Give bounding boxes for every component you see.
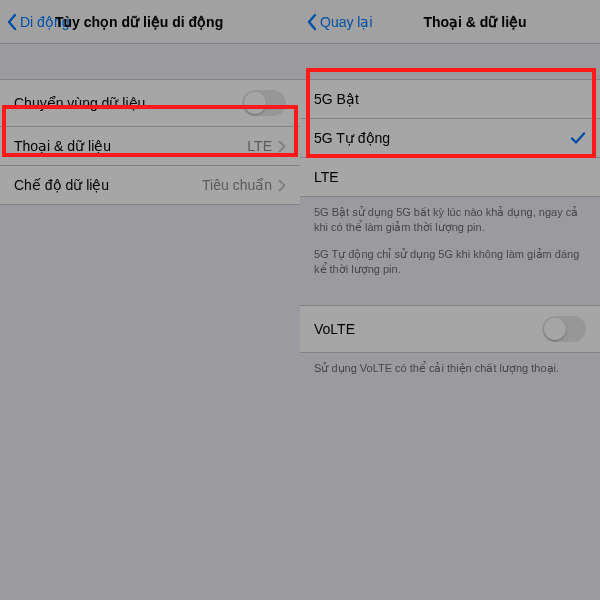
row-label: 5G Bật [314, 91, 586, 107]
content-left: Chuyển vùng dữ liệu Thoại & dữ liệu LTE … [0, 44, 300, 600]
chevron-right-icon [278, 179, 286, 192]
row-label: LTE [314, 169, 586, 185]
back-label-left: Di động [20, 14, 69, 30]
navbar-right: Quay lại Thoại & dữ liệu [300, 0, 600, 44]
navbar-left: Di động Tùy chọn dữ liệu di động [0, 0, 300, 44]
row-data-roaming[interactable]: Chuyển vùng dữ liệu [0, 79, 300, 127]
row-label: 5G Tự động [314, 130, 570, 146]
row-data-mode[interactable]: Chế độ dữ liệu Tiêu chuẩn [0, 165, 300, 205]
row-value: LTE [247, 138, 272, 154]
row-volte[interactable]: VoLTE [300, 305, 600, 353]
footnote-volte: Sử dụng VoLTE có thể cải thiện chất lượn… [300, 353, 600, 380]
row-label: Chế độ dữ liệu [14, 177, 202, 193]
footnote-5g-on: 5G Bật sử dụng 5G bất kỳ lúc nào khả dụn… [300, 197, 600, 239]
chevron-right-icon [278, 140, 286, 153]
row-label: VoLTE [314, 321, 542, 337]
row-5g-auto[interactable]: 5G Tự động [300, 118, 600, 158]
back-button-left[interactable]: Di động [6, 13, 69, 31]
panel-cellular-options: Di động Tùy chọn dữ liệu di động Chuyển … [0, 0, 300, 600]
row-5g-on[interactable]: 5G Bật [300, 79, 600, 119]
row-voice-and-data[interactable]: Thoại & dữ liệu LTE [0, 126, 300, 166]
row-value: Tiêu chuẩn [202, 177, 272, 193]
page-title-right: Thoại & dữ liệu [360, 14, 590, 30]
row-lte[interactable]: LTE [300, 157, 600, 197]
panel-voice-and-data: Quay lại Thoại & dữ liệu 5G Bật 5G Tự độ… [300, 0, 600, 600]
page-title-left: Tùy chọn dữ liệu di động [55, 14, 296, 30]
row-label: Thoại & dữ liệu [14, 138, 247, 154]
chevron-left-icon [306, 13, 318, 31]
content-right: 5G Bật 5G Tự động LTE 5G Bật sử dụng 5G … [300, 44, 600, 600]
toggle-volte[interactable] [542, 316, 586, 342]
footnote-5g-auto: 5G Tự động chỉ sử dụng 5G khi không làm … [300, 239, 600, 281]
back-button-right[interactable]: Quay lại [306, 13, 373, 31]
checkmark-icon [570, 131, 586, 145]
back-label-right: Quay lại [320, 14, 373, 30]
row-label: Chuyển vùng dữ liệu [14, 95, 242, 111]
chevron-left-icon [6, 13, 18, 31]
toggle-roaming[interactable] [242, 90, 286, 116]
